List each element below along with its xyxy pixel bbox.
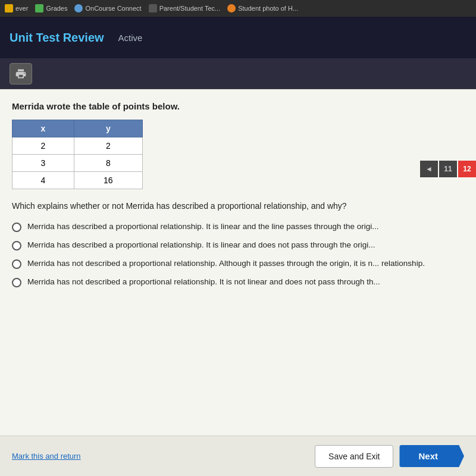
radio-option-3[interactable] (12, 259, 21, 269)
tab-bar: ever Grades OnCourse Connect Parent/Stud… (0, 0, 476, 17)
table-cell-y2: 8 (74, 155, 142, 172)
table-row: 2 2 (12, 137, 143, 155)
print-button[interactable] (10, 63, 32, 84)
save-exit-button[interactable]: Save and Exit (315, 445, 393, 468)
next-button[interactable]: Next (399, 445, 464, 467)
page-prev-button[interactable]: ◄ (420, 161, 438, 177)
tab-student-label: Student photo of H... (238, 5, 298, 12)
option-item-3[interactable]: Merrida has not described a proportional… (12, 258, 464, 270)
main-content: ◄ 11 12 Merrida wrote the table of point… (0, 89, 476, 476)
print-icon (15, 68, 27, 80)
page-12-button[interactable]: 12 (458, 161, 476, 177)
table-cell-x2: 3 (12, 155, 74, 172)
tab-oncourse-label: OnCourse Connect (85, 5, 141, 12)
option-item-4[interactable]: Merrida has not described a proportional… (12, 277, 464, 288)
table-cell-y3: 16 (74, 172, 142, 189)
question-intro: Merrida wrote the table of points below. (12, 101, 464, 111)
table-cell-y1: 2 (74, 137, 142, 155)
tab-oncourse[interactable]: OnCourse Connect (74, 4, 141, 12)
bottom-buttons: Save and Exit Next (315, 445, 464, 468)
table-header-x: x (12, 120, 74, 137)
tab-parent-label: Parent/Student Tec... (159, 5, 221, 12)
app-header: Unit Test Review Active (0, 17, 476, 58)
tab-parent[interactable]: Parent/Student Tec... (149, 4, 221, 12)
bottom-bar: Mark this and return Save and Exit Next (0, 436, 476, 476)
table-cell-x1: 2 (12, 137, 74, 155)
app-status: Active (118, 33, 143, 43)
option-label-3: Merrida has not described a proportional… (27, 258, 425, 270)
radio-option-2[interactable] (12, 241, 21, 250)
grades-icon (35, 4, 43, 12)
option-label-4: Merrida has not described a proportional… (27, 277, 380, 288)
table-header-y: y (74, 120, 142, 137)
student-icon (227, 4, 236, 12)
radio-option-4[interactable] (12, 278, 21, 287)
tab-ever[interactable]: ever (5, 4, 28, 12)
parent-icon (149, 4, 157, 12)
mark-return-link[interactable]: Mark this and return (12, 452, 81, 461)
page-11-button[interactable]: 11 (439, 161, 457, 177)
options-list: Merrida has described a proportional rel… (12, 221, 464, 288)
oncourse-icon (74, 4, 83, 12)
clever-icon (5, 4, 13, 12)
option-item-1[interactable]: Merrida has described a proportional rel… (12, 221, 464, 233)
pagination-area: ◄ 11 12 (420, 161, 476, 177)
radio-option-1[interactable] (12, 223, 21, 232)
data-table: x y 2 2 3 8 4 16 (12, 120, 143, 189)
table-row: 3 8 (12, 155, 143, 172)
option-item-2[interactable]: Merrida has described a proportional rel… (12, 240, 464, 251)
question-text: Which explains whether or not Merrida ha… (12, 201, 464, 211)
tab-grades-label: Grades (46, 5, 67, 12)
option-label-2: Merrida has described a proportional rel… (27, 240, 375, 251)
table-row: 4 16 (12, 172, 143, 189)
tab-student[interactable]: Student photo of H... (227, 4, 298, 12)
tab-grades[interactable]: Grades (35, 4, 67, 12)
tab-ever-label: ever (15, 5, 28, 12)
option-label-1: Merrida has described a proportional rel… (27, 221, 379, 233)
app-title: Unit Test Review (10, 31, 104, 45)
toolbar (0, 58, 476, 89)
table-cell-x3: 4 (12, 172, 74, 189)
